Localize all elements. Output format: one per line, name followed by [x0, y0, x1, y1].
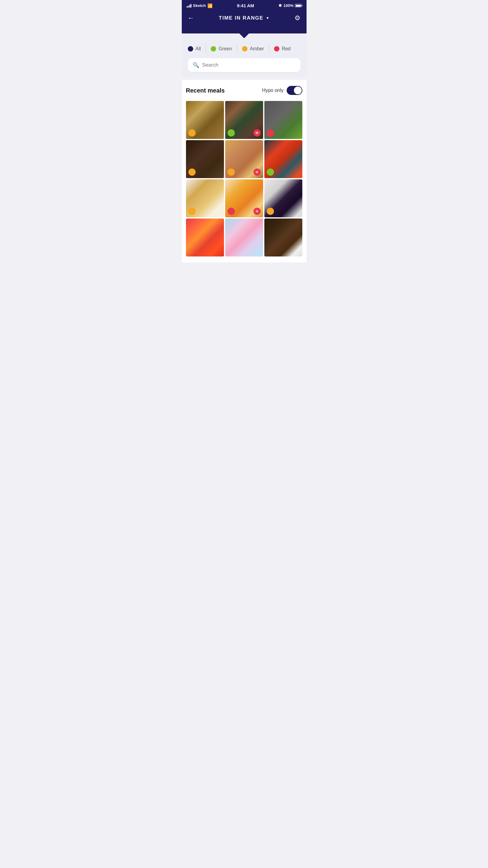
badge-red-8 [227, 208, 235, 215]
main-content: Recent meals Hypo only H [182, 80, 307, 262]
badge-green-6 [267, 168, 274, 176]
header: ← TIME IN RANGE ▼ ⚙ [182, 10, 307, 27]
dot-amber-icon [242, 46, 247, 52]
header-title: TIME IN RANGE ▼ [219, 15, 270, 21]
title-text: TIME IN RANGE [219, 15, 264, 21]
search-input[interactable] [202, 62, 296, 68]
signal-icon [187, 4, 192, 7]
header-pointer [182, 27, 307, 33]
status-bar: Sketch 📶 9:41 AM ✱ 100% [182, 0, 307, 10]
h-badge-2: H [253, 129, 261, 136]
battery-fill [296, 5, 301, 7]
meal-image-11 [225, 218, 263, 256]
status-left: Sketch 📶 [187, 3, 213, 8]
meal-item-10[interactable] [186, 218, 224, 256]
wifi-icon: 📶 [207, 3, 213, 8]
h-badge-8: H [253, 208, 261, 215]
hypo-label: Hypo only [262, 88, 283, 93]
hypo-toggle[interactable] [287, 86, 302, 95]
settings-button[interactable]: ⚙ [295, 14, 301, 22]
dot-all-icon [188, 46, 193, 52]
meal-item-7[interactable] [186, 179, 224, 217]
search-icon: 🔍 [193, 62, 199, 68]
bluetooth-icon: ✱ [278, 3, 282, 8]
hypo-toggle-wrap: Hypo only [262, 86, 302, 95]
meal-item-4[interactable] [186, 140, 224, 178]
filter-tab-red[interactable]: Red [274, 44, 295, 53]
filter-green-label: Green [218, 46, 232, 52]
badge-green-2 [227, 129, 235, 136]
badge-amber-1 [188, 129, 195, 136]
carrier-label: Sketch [193, 3, 206, 8]
meal-item-5[interactable]: H [225, 140, 263, 178]
filter-tab-all[interactable]: All [188, 44, 206, 53]
back-button[interactable]: ← [188, 14, 194, 22]
meals-title: Recent meals [186, 87, 225, 94]
filter-tab-green[interactable]: Green [211, 44, 237, 53]
meal-item-11[interactable] [225, 218, 263, 256]
meal-item-9[interactable] [264, 179, 302, 217]
filter-tabs: All Green Amber Red [188, 39, 301, 53]
badge-amber-5 [227, 168, 235, 176]
battery-icon [295, 4, 301, 7]
meal-item-12[interactable] [264, 218, 302, 256]
badge-amber-7 [188, 208, 195, 215]
status-right: ✱ 100% [278, 3, 301, 8]
h-badge-5: H [253, 168, 261, 176]
meal-image-12 [264, 218, 302, 256]
filter-red-label: Red [282, 46, 291, 52]
meal-image-10 [186, 218, 224, 256]
toggle-knob [294, 87, 302, 94]
meal-item-2[interactable]: H [225, 101, 263, 139]
meal-item-3[interactable] [264, 101, 302, 139]
dropdown-arrow-icon[interactable]: ▼ [266, 16, 270, 20]
meal-item-1[interactable] [186, 101, 224, 139]
filter-amber-label: Amber [250, 46, 264, 52]
badge-red-3 [267, 129, 274, 136]
badge-amber-9 [267, 208, 274, 215]
filter-section: All Green Amber Red 🔍 [182, 33, 307, 77]
meals-grid: H H H [186, 101, 302, 256]
badge-amber-4 [188, 168, 195, 176]
filter-tab-amber[interactable]: Amber [242, 44, 269, 53]
status-time: 9:41 AM [237, 3, 254, 8]
search-box: 🔍 [188, 58, 301, 72]
meal-item-8[interactable]: H [225, 179, 263, 217]
battery-percent: 100% [283, 3, 293, 8]
meals-header: Recent meals Hypo only [186, 86, 302, 95]
meal-item-6[interactable] [264, 140, 302, 178]
dot-red-icon [274, 46, 279, 52]
filter-all-label: All [195, 46, 201, 52]
dot-green-icon [211, 46, 216, 52]
